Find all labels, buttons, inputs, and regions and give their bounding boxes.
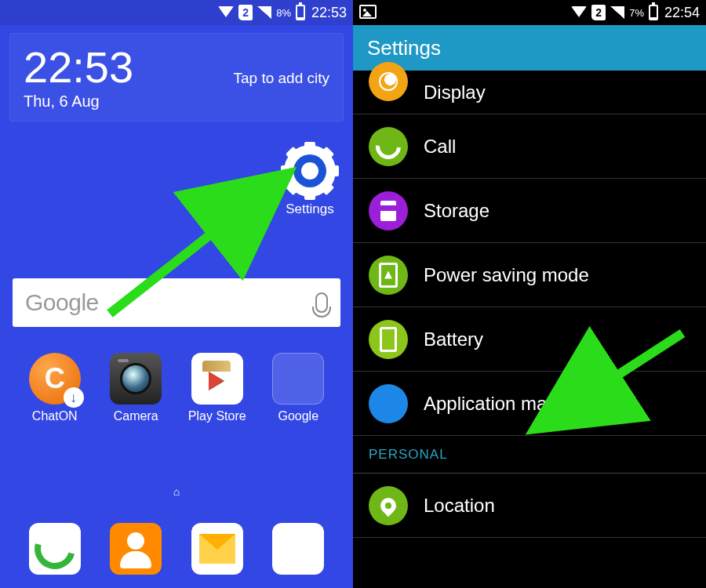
settings-shortcut[interactable]: Settings: [284, 145, 336, 217]
settings-title: Settings: [367, 36, 441, 60]
dock: [0, 510, 353, 588]
screenshot-notification-icon: [359, 5, 377, 19]
clock-date: Thu, 6 Aug: [24, 93, 133, 111]
settings-row-call[interactable]: Call: [353, 114, 706, 179]
status-time: 22:53: [311, 5, 347, 21]
status-bar: 2 8% 22:53: [0, 0, 353, 25]
home-page-indicator[interactable]: ⌂: [173, 485, 180, 498]
dock-phone[interactable]: [14, 523, 96, 575]
camera-icon: [110, 353, 162, 405]
home-screen: 2 8% 22:53 22:53 Thu, 6 Aug Tap to add c…: [0, 0, 353, 588]
battery-icon: [649, 5, 658, 20]
row-label: Power saving mode: [424, 264, 589, 286]
wifi-icon: [571, 6, 587, 17]
app-grid: ChatON Camera Play Store Google: [0, 353, 353, 423]
contacts-icon: [110, 523, 162, 575]
dock-messages[interactable]: [176, 523, 258, 575]
clock-main: 22:53 Thu, 6 Aug: [24, 45, 133, 111]
call-icon: [369, 127, 408, 166]
row-label: Location: [424, 495, 495, 517]
app-label: Play Store: [176, 409, 258, 423]
add-city-button[interactable]: Tap to add city: [233, 70, 329, 87]
settings-row-location[interactable]: Location: [353, 474, 706, 538]
storage-icon: [369, 191, 408, 230]
google-search-bar[interactable]: Google: [13, 278, 340, 327]
row-label: Battery: [424, 328, 483, 350]
battery-icon: [296, 5, 305, 20]
location-icon: [369, 486, 408, 525]
sim-indicator: 2: [591, 5, 606, 20]
mic-icon[interactable]: [315, 292, 328, 313]
settings-row-app-manager[interactable]: Application manager: [353, 372, 706, 436]
messages-icon: [191, 523, 243, 575]
status-bar: 2 7% 22:54: [353, 0, 706, 25]
settings-row-storage[interactable]: Storage: [353, 179, 706, 243]
app-label: ChatON: [14, 409, 96, 423]
settings-header: Settings: [353, 25, 706, 71]
phone-icon: [29, 523, 81, 575]
settings-row-battery[interactable]: Battery: [353, 307, 706, 372]
app-chaton[interactable]: ChatON: [14, 353, 96, 423]
power-saving-icon: [369, 256, 408, 295]
wifi-icon: [218, 6, 234, 17]
folder-icon: [272, 353, 324, 405]
app-label: Google: [258, 409, 340, 423]
play-store-icon: [191, 353, 243, 405]
dock-apps[interactable]: [258, 523, 340, 575]
app-play-store[interactable]: Play Store: [176, 353, 258, 423]
row-label: Application manager: [424, 393, 595, 415]
display-icon: [369, 62, 408, 101]
google-logo: Google: [25, 289, 99, 316]
row-label: Display: [424, 82, 486, 103]
battery-icon: [369, 320, 408, 359]
dock-contacts[interactable]: [96, 523, 177, 575]
gear-icon: [284, 145, 336, 197]
settings-list[interactable]: Display Call Storage Power saving mode B…: [353, 71, 706, 538]
status-time: 22:54: [664, 5, 700, 21]
app-google-folder[interactable]: Google: [258, 353, 340, 423]
clock-widget[interactable]: 22:53 Thu, 6 Aug Tap to add city: [9, 33, 344, 122]
settings-row-display[interactable]: Display: [353, 71, 706, 114]
clock-time: 22:53: [24, 45, 133, 89]
settings-shortcut-label: Settings: [284, 201, 336, 217]
app-label: Camera: [96, 409, 177, 423]
settings-screen: 2 7% 22:54 Settings Display Call Storage…: [353, 0, 706, 588]
signal-icon: [257, 6, 271, 19]
sim-indicator: 2: [238, 5, 253, 20]
app-manager-icon: [369, 384, 408, 423]
app-camera[interactable]: Camera: [96, 353, 177, 423]
chaton-icon: [29, 353, 81, 405]
row-label: Storage: [424, 200, 489, 222]
signal-icon: [610, 6, 624, 19]
apps-icon: [272, 523, 324, 575]
settings-row-power-saving[interactable]: Power saving mode: [353, 243, 706, 307]
row-label: Call: [424, 136, 456, 158]
battery-percent: 7%: [629, 7, 644, 19]
section-personal: PERSONAL: [353, 436, 706, 474]
battery-percent: 8%: [276, 7, 291, 19]
